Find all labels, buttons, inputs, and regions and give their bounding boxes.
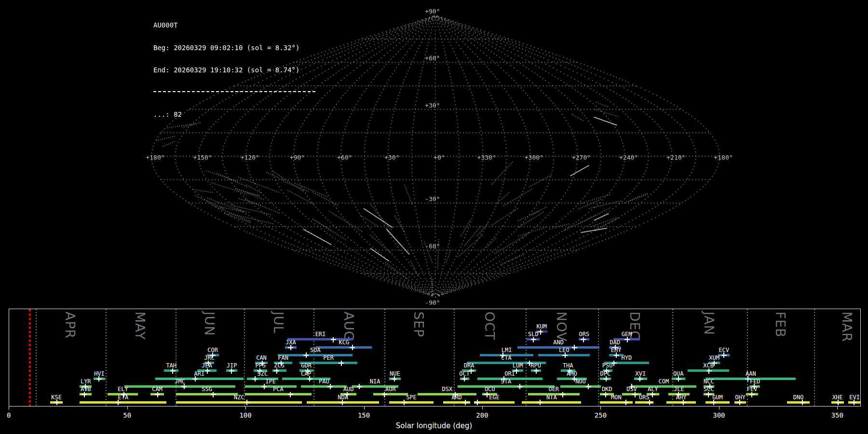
shower-peak-marker <box>192 376 198 381</box>
shower-code-label: COM <box>658 379 669 384</box>
shower-code-label: OCU <box>485 386 495 392</box>
shower-peak-marker <box>537 400 542 405</box>
shower-code-label: CTA <box>501 355 512 361</box>
end-time-line: End: 20260329 19:10:32 (sol = 8.74°) <box>153 67 315 74</box>
shower-code-label: DAD <box>610 339 620 345</box>
month-label: JUN <box>202 312 217 336</box>
shower-code-label: DRA <box>464 363 475 368</box>
month-label: FEB <box>773 312 788 338</box>
shower-peak-marker <box>357 384 362 389</box>
shower-peak-marker <box>288 345 293 350</box>
x-axis-tick <box>9 407 9 409</box>
shower-bar <box>80 401 166 404</box>
shower-peak-marker <box>475 400 480 405</box>
shower-bar <box>458 385 555 388</box>
shower-code-label: FEV <box>747 386 758 392</box>
shower-code-label: NUE <box>390 371 400 377</box>
shower-code-label: PAU <box>319 379 329 384</box>
shower-peak-marker <box>205 368 210 374</box>
x-axis-tick <box>245 407 246 409</box>
shower-bar <box>373 393 408 395</box>
shower-peak-marker <box>624 337 630 342</box>
shower-code-label: DPC <box>600 371 610 377</box>
map-lon-label: +60° <box>337 154 352 161</box>
shower-bar <box>245 393 312 395</box>
shower-peak-marker <box>252 376 258 381</box>
map-lon-label: +30° <box>384 154 399 161</box>
shower-peak-marker <box>560 392 565 397</box>
shower-code-label: LEO <box>559 347 570 353</box>
shower-peak-marker <box>836 400 841 405</box>
map-lon-label: +180° <box>714 154 732 161</box>
month-label: MAY <box>133 312 148 340</box>
shower-peak-marker <box>721 353 727 358</box>
shower-peak-marker <box>681 400 686 405</box>
shower-code-label: JXA <box>285 339 296 345</box>
shower-code-label: ALY <box>648 386 658 392</box>
shower-code-label: ORI <box>504 371 515 377</box>
shower-code-label: OCT <box>459 371 470 377</box>
shower-peak-marker <box>851 400 856 405</box>
shower-code-label: HVI <box>94 371 105 377</box>
shower-code-label: NDA <box>338 394 348 400</box>
shower-peak-marker <box>603 392 608 397</box>
shower-bar <box>631 385 696 388</box>
shower-code-label: GDR <box>301 363 312 368</box>
month-boundary-line <box>526 309 527 407</box>
x-axis-tick-label: 200 <box>476 411 488 419</box>
map-lat-label: -90° <box>425 299 440 306</box>
shower-peak-marker <box>288 392 293 397</box>
month-label: MAR <box>840 312 854 342</box>
shower-bar <box>560 385 601 388</box>
shower-peak-marker <box>392 376 397 381</box>
shower-code-label: PCA <box>273 386 284 392</box>
shower-code-label: LUM <box>513 363 523 368</box>
shower-bar <box>301 385 347 388</box>
shower-bar <box>787 401 810 404</box>
shower-code-label: SLD <box>528 331 539 337</box>
shower-code-label: STA <box>501 379 512 384</box>
map-lon-label: +210° <box>666 154 685 161</box>
shower-peak-marker <box>81 392 87 397</box>
month-label: NOV <box>554 312 569 341</box>
month-boundary-line <box>36 309 37 407</box>
month-boundary-line <box>106 309 107 407</box>
shower-peak-marker <box>229 368 234 374</box>
shower-code-label: EHY <box>611 347 622 353</box>
shower-code-label: SDA <box>310 347 321 353</box>
shower-code-label: THA <box>563 363 573 368</box>
track-count-line: ...: 82 <box>153 111 315 119</box>
shower-peak-marker <box>637 376 643 381</box>
shower-peak-marker <box>462 376 467 381</box>
header-separator <box>153 91 315 92</box>
shower-code-label: AHY <box>676 394 687 400</box>
x-axis-tick-label: 100 <box>239 411 251 419</box>
map-lon-label: +270° <box>572 154 591 161</box>
shower-code-label: EVI <box>849 394 860 400</box>
shower-code-label: SPE <box>406 394 417 400</box>
shower-peak-marker <box>339 361 344 366</box>
month-label: JUL <box>271 312 286 334</box>
month-label: AUG <box>341 312 356 341</box>
shower-code-label: AVB <box>81 386 91 392</box>
shower-code-label: PPS <box>255 363 266 368</box>
x-axis-tick <box>364 407 365 409</box>
shower-code-label: FED <box>750 379 760 384</box>
x-axis-tick <box>600 407 601 409</box>
shower-code-label: JIP <box>227 363 237 368</box>
shower-code-label: JRC <box>204 355 215 361</box>
shower-code-label: XVI <box>636 371 646 377</box>
map-lon-label: +150° <box>193 154 212 161</box>
shower-peak-marker <box>327 384 333 389</box>
shower-code-label: NTA <box>546 394 557 400</box>
x-axis-tick <box>127 407 128 409</box>
shower-peak-marker <box>706 392 711 397</box>
map-lon-label: +120° <box>241 154 259 161</box>
shower-code-label: PER <box>323 355 334 361</box>
map-lon-label: +180° <box>146 154 164 161</box>
shower-peak-marker <box>274 368 279 374</box>
map-lon-label: +0° <box>434 154 445 161</box>
shower-code-label: COR <box>207 347 218 353</box>
shower-code-label: TAH <box>166 363 176 368</box>
shower-bar <box>705 401 730 404</box>
